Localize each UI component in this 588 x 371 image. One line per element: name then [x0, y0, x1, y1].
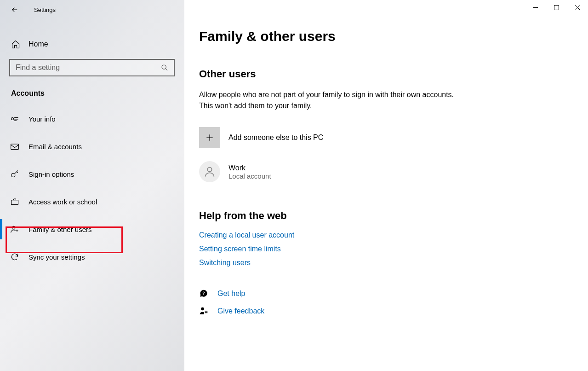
- window-controls: [525, 0, 588, 15]
- sidebar-item-your-info[interactable]: Your info: [0, 105, 184, 133]
- nav-label: Sync your settings: [29, 253, 85, 261]
- account-type: Local account: [228, 172, 271, 180]
- back-button[interactable]: [10, 5, 19, 14]
- svg-point-1: [11, 118, 14, 120]
- plus-icon: [199, 127, 220, 148]
- sidebar-item-sync-settings[interactable]: Sync your settings: [0, 243, 184, 271]
- nav-label: Email & accounts: [29, 143, 82, 151]
- id-card-icon: [10, 114, 19, 123]
- help-link-create-account[interactable]: Creating a local user account: [199, 231, 565, 239]
- main-content: Family & other users Other users Allow p…: [184, 0, 588, 371]
- maximize-button[interactable]: [546, 0, 567, 15]
- svg-point-7: [201, 307, 204, 311]
- svg-rect-2: [11, 144, 19, 150]
- key-icon: [10, 169, 19, 179]
- chat-help-icon: [199, 289, 208, 298]
- nav-list: Your info Email & accounts Sign-in optio…: [0, 105, 184, 271]
- minimize-button[interactable]: [525, 0, 546, 15]
- add-user-button[interactable]: Add someone else to this PC: [199, 127, 565, 148]
- feedback-icon: [199, 307, 208, 316]
- svg-point-6: [207, 168, 211, 172]
- nav-label: Sign-in options: [29, 170, 74, 178]
- sidebar-section-header: Accounts: [0, 76, 184, 105]
- nav-label: Family & other users: [29, 226, 92, 233]
- svg-rect-4: [11, 200, 18, 205]
- svg-point-3: [11, 173, 15, 177]
- sidebar-item-access-work[interactable]: Access work or school: [0, 188, 184, 215]
- nav-label: Your info: [29, 115, 56, 123]
- close-icon: [575, 5, 580, 10]
- close-button[interactable]: [567, 0, 588, 15]
- maximize-icon: [554, 5, 559, 10]
- give-feedback-row[interactable]: Give feedback: [199, 307, 565, 316]
- user-account-row[interactable]: Work Local account: [199, 161, 565, 182]
- help-link-switch-users[interactable]: Switching users: [199, 259, 565, 267]
- minimize-icon: [533, 7, 538, 8]
- help-header: Help from the web: [199, 210, 565, 222]
- sidebar: Settings Home Accounts Your info: [0, 0, 184, 371]
- add-user-label: Add someone else to this PC: [228, 133, 323, 142]
- svg-point-5: [12, 226, 15, 229]
- avatar-icon: [199, 161, 220, 182]
- get-help-link: Get help: [217, 290, 245, 298]
- titlebar: Settings: [0, 0, 184, 19]
- sidebar-item-family-other-users[interactable]: Family & other users: [0, 215, 184, 243]
- search-icon: [161, 64, 168, 71]
- page-title: Family & other users: [199, 29, 565, 44]
- help-link-screen-time[interactable]: Setting screen time limits: [199, 245, 565, 253]
- home-icon: [11, 40, 20, 49]
- account-name: Work: [228, 164, 271, 172]
- home-nav[interactable]: Home: [0, 33, 184, 55]
- svg-point-0: [162, 65, 166, 69]
- sidebar-item-email-accounts[interactable]: Email & accounts: [0, 133, 184, 160]
- briefcase-icon: [10, 197, 19, 206]
- people-add-icon: [10, 225, 19, 234]
- sidebar-item-signin-options[interactable]: Sign-in options: [0, 160, 184, 188]
- window-title: Settings: [34, 6, 56, 13]
- svg-rect-9: [554, 5, 559, 10]
- get-help-row[interactable]: Get help: [199, 289, 565, 298]
- search-input[interactable]: [16, 64, 161, 72]
- mail-icon: [10, 142, 19, 151]
- nav-label: Access work or school: [29, 198, 97, 206]
- other-users-description: Allow people who are not part of your fa…: [199, 89, 457, 111]
- sync-icon: [10, 252, 19, 261]
- give-feedback-link: Give feedback: [217, 307, 264, 315]
- search-box[interactable]: [9, 59, 175, 76]
- svg-rect-8: [533, 7, 538, 8]
- home-label: Home: [29, 40, 48, 48]
- other-users-header: Other users: [199, 68, 565, 80]
- arrow-left-icon: [11, 6, 19, 14]
